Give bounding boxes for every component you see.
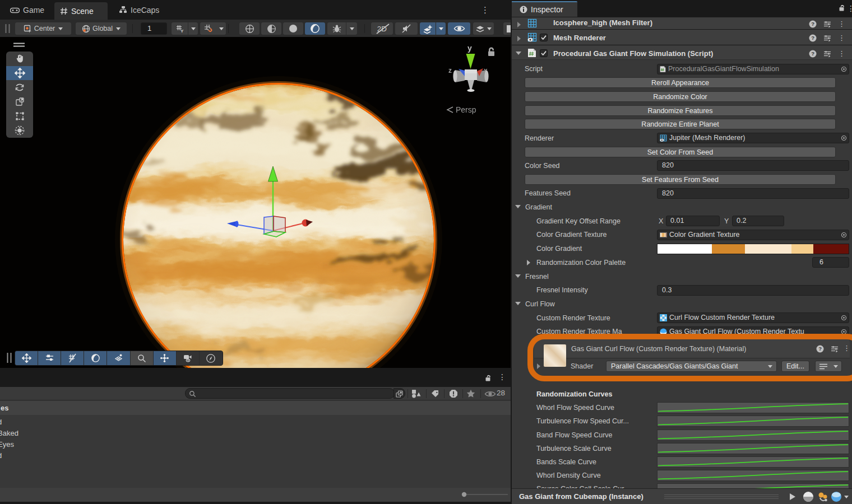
svg-text:z: z (448, 67, 452, 74)
svg-text:Persp: Persp (456, 105, 476, 114)
svg-text:?: ? (811, 35, 814, 41)
svg-text:Y: Y (180, 29, 184, 33)
svg-text:?: ? (811, 50, 814, 57)
svg-text:?: ? (811, 21, 814, 27)
svg-text:y: y (467, 44, 472, 53)
